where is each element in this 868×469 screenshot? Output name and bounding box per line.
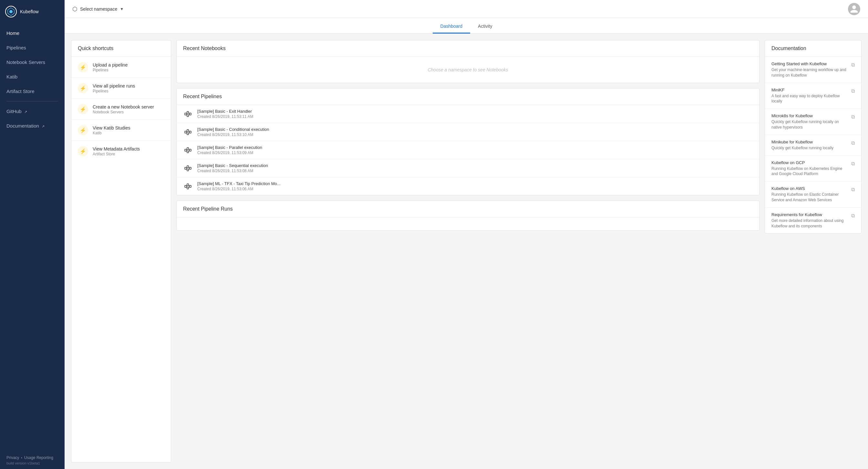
- recent-pipelines-card: Recent Pipelines: [176, 88, 760, 195]
- quick-shortcuts-card: Quick shortcuts ⚡ Upload a pipeline Pipe…: [71, 40, 171, 463]
- pipeline-name: [Sample] Basic - Conditional execution: [197, 127, 269, 132]
- pipeline-item[interactable]: [Sample] Basic - Conditional execution C…: [177, 123, 759, 141]
- external-link-icon: ⧉: [851, 62, 855, 68]
- pipeline-icon: [183, 163, 193, 173]
- tab-activity[interactable]: Activity: [470, 20, 500, 34]
- doc-item-getting-started[interactable]: Getting Started with Kubeflow Get your m…: [765, 57, 861, 83]
- tabs-bar: Dashboard Activity: [65, 18, 868, 34]
- doc-item-desc: A fast and easy way to deploy Kubeflow l…: [771, 93, 848, 104]
- shortcut-text: Upload a pipeline Pipelines: [93, 62, 128, 72]
- pipeline-item[interactable]: [Sample] Basic - Sequential execution Cr…: [177, 159, 759, 177]
- shortcut-sub-label: Notebook Servers: [93, 110, 154, 114]
- shortcut-text: Create a new Notebook server Notebook Se…: [93, 104, 154, 114]
- sidebar-item-artifact-store[interactable]: Artifact Store: [0, 84, 65, 98]
- sidebar-item-home[interactable]: Home: [0, 26, 65, 40]
- doc-item-minikube[interactable]: Minikube for Kubeflow Quickly get Kubefl…: [765, 135, 861, 156]
- shortcut-create-notebook[interactable]: ⚡ Create a new Notebook server Notebook …: [71, 99, 171, 120]
- external-link-icon: ↗: [42, 124, 44, 128]
- doc-item-aws[interactable]: Kubeflow on AWS Running Kubeflow on Elas…: [765, 182, 861, 208]
- svg-rect-35: [185, 185, 186, 187]
- sidebar-item-github[interactable]: GitHub ↗: [0, 104, 65, 119]
- sidebar-nav: Home Pipelines Notebook Servers Katib Ar…: [0, 23, 65, 451]
- recent-notebooks-title: Recent Notebooks: [177, 40, 759, 57]
- doc-item-desc: Get your machine-learning workflow up an…: [771, 67, 848, 78]
- shortcut-sub-label: Artifact Store: [93, 152, 140, 156]
- pipeline-info: [Sample] Basic - Parallel execution Crea…: [197, 145, 262, 155]
- documentation-title: Documentation: [765, 40, 861, 57]
- doc-item-requirements[interactable]: Requirements for Kubeflow Get more detai…: [765, 208, 861, 233]
- recent-pipelines-title: Recent Pipelines: [177, 89, 759, 105]
- usage-reporting-link[interactable]: Usage Reporting: [24, 456, 53, 460]
- shortcut-upload-pipeline[interactable]: ⚡ Upload a pipeline Pipelines: [71, 57, 171, 78]
- doc-item-text: Kubeflow on AWS Running Kubeflow on Elas…: [771, 186, 848, 203]
- svg-line-8: [186, 114, 187, 116]
- user-icon: [849, 4, 859, 13]
- pipeline-item[interactable]: [Sample] ML - TFX - Taxi Tip Prediction …: [177, 177, 759, 195]
- sidebar-item-notebook-servers[interactable]: Notebook Servers: [0, 55, 65, 69]
- shortcut-bolt-icon: ⚡: [78, 146, 88, 156]
- doc-item-title: Microk8s for Kubeflow: [771, 113, 848, 118]
- shortcut-view-katib[interactable]: ⚡ View Katib Studies Katib: [71, 120, 171, 141]
- doc-item-title: Kubeflow on GCP: [771, 160, 848, 165]
- app-title: Kubeflow: [20, 9, 39, 14]
- recent-pipeline-runs-title: Recent Pipeline Runs: [177, 201, 759, 217]
- doc-item-minikf[interactable]: MiniKF A fast and easy way to deploy Kub…: [765, 83, 861, 109]
- pipeline-diagram-icon: [184, 128, 192, 136]
- shortcut-bolt-icon: ⚡: [78, 62, 88, 72]
- recent-pipeline-runs-card: Recent Pipeline Runs: [176, 200, 760, 230]
- doc-item-title: Requirements for Kubeflow: [771, 212, 848, 217]
- external-link-icon: ⧉: [851, 161, 855, 167]
- svg-rect-13: [187, 133, 189, 135]
- svg-point-2: [9, 10, 12, 13]
- app-logo[interactable]: Kubeflow: [0, 0, 65, 23]
- sidebar-item-pipelines[interactable]: Pipelines: [0, 40, 65, 55]
- doc-item-text: MiniKF A fast and easy way to deploy Kub…: [771, 88, 848, 104]
- pipeline-date: Created 8/26/2019, 11:53:09 AM: [197, 151, 262, 155]
- pipeline-diagram-icon: [184, 164, 192, 172]
- pipeline-item[interactable]: [Sample] Basic - Parallel execution Crea…: [177, 141, 759, 159]
- pipeline-info: [Sample] Basic - Sequential execution Cr…: [197, 163, 268, 173]
- user-avatar[interactable]: [848, 3, 860, 15]
- pipeline-item[interactable]: [Sample] Basic - Exit Handler Created 8/…: [177, 105, 759, 123]
- sidebar-item-documentation[interactable]: Documentation ↗: [0, 119, 65, 133]
- pipeline-date: Created 8/26/2019, 11:53:10 AM: [197, 132, 269, 137]
- svg-line-39: [186, 185, 187, 186]
- shortcut-sub-label: Katib: [93, 131, 130, 135]
- pipeline-date: Created 8/26/2019, 11:53:08 AM: [197, 168, 268, 173]
- left-column: Quick shortcuts ⚡ Upload a pipeline Pipe…: [71, 40, 171, 463]
- quick-shortcuts-title: Quick shortcuts: [71, 40, 171, 57]
- svg-rect-11: [185, 131, 186, 133]
- doc-item-title: Getting Started with Kubeflow: [771, 61, 848, 66]
- tab-dashboard[interactable]: Dashboard: [433, 20, 470, 34]
- svg-rect-5: [187, 115, 189, 117]
- right-column: Documentation Getting Started with Kubef…: [765, 40, 862, 463]
- pipeline-info: [Sample] ML - TFX - Taxi Tip Prediction …: [197, 181, 281, 191]
- doc-item-text: Microk8s for Kubeflow Quickly get Kubefl…: [771, 113, 848, 130]
- svg-line-40: [186, 186, 187, 188]
- pipeline-icon: [183, 145, 193, 155]
- privacy-link[interactable]: Privacy: [6, 456, 19, 460]
- sidebar: Kubeflow Home Pipelines Notebook Servers…: [0, 0, 65, 469]
- shortcut-main-label: Create a new Notebook server: [93, 104, 154, 110]
- notebooks-placeholder: Choose a namespace to see Notebooks: [177, 57, 759, 83]
- svg-rect-21: [187, 151, 189, 153]
- content-area: Quick shortcuts ⚡ Upload a pipeline Pipe…: [65, 34, 868, 469]
- svg-line-7: [186, 113, 187, 114]
- footer-dot: •: [21, 456, 22, 460]
- svg-rect-28: [187, 166, 189, 168]
- pipeline-info: [Sample] Basic - Conditional execution C…: [197, 127, 269, 137]
- namespace-label: Select namespace: [80, 6, 117, 12]
- shortcut-main-label: View Metadata Artifacts: [93, 146, 140, 152]
- recent-notebooks-card: Recent Notebooks Choose a namespace to s…: [176, 40, 760, 83]
- shortcut-view-metadata[interactable]: ⚡ View Metadata Artifacts Artifact Store: [71, 141, 171, 161]
- doc-item-gcp[interactable]: Kubeflow on GCP Running Kubeflow on Kube…: [765, 156, 861, 182]
- doc-item-text: Requirements for Kubeflow Get more detai…: [771, 212, 848, 229]
- doc-item-microk8s[interactable]: Microk8s for Kubeflow Quickly get Kubefl…: [765, 109, 861, 135]
- build-version: build version v1beta1: [6, 461, 58, 465]
- shortcut-view-pipeline-runs[interactable]: ⚡ View all pipeline runs Pipelines: [71, 78, 171, 99]
- doc-item-text: Getting Started with Kubeflow Get your m…: [771, 61, 848, 78]
- svg-line-16: [186, 132, 187, 134]
- doc-item-desc: Quickly get Kubeflow running locally: [771, 145, 833, 151]
- sidebar-item-katib[interactable]: Katib: [0, 69, 65, 84]
- namespace-selector[interactable]: ⬡ Select namespace ▼: [72, 5, 124, 12]
